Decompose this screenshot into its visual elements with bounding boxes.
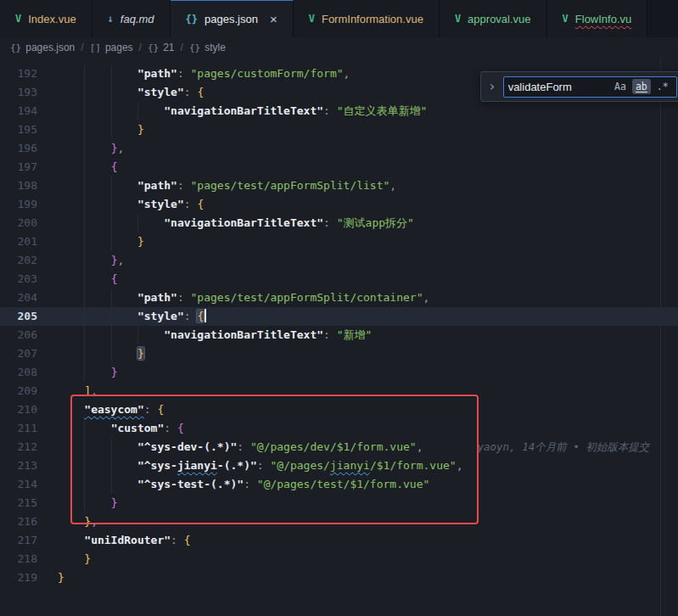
code-line-content[interactable]: }, — [37, 251, 678, 270]
whole-word-icon[interactable]: ab — [632, 79, 651, 94]
code-line-content[interactable]: "style": { — [37, 307, 678, 326]
code-line: 204 "path": "pages/test/appFormSplit/con… — [0, 288, 678, 307]
code-line-content[interactable]: } — [37, 120, 678, 139]
line-number: 218 — [0, 550, 37, 568]
code-token: "path" — [137, 291, 177, 304]
line-number: 216 — [0, 512, 37, 531]
code-line-content[interactable]: { — [37, 158, 678, 176]
breadcrumb-item-21[interactable]: {}21 — [148, 42, 175, 53]
indent-guide — [111, 288, 112, 307]
search-query-text[interactable]: validateForm — [508, 81, 608, 93]
code-line-content[interactable]: ], — [37, 382, 678, 400]
code-line-content[interactable]: "navigationBarTitleText": "自定义表单新增" — [37, 102, 678, 120]
tab-pages-json[interactable]: {}pages.json× — [171, 0, 294, 37]
breadcrumb-item-pages[interactable]: []pages — [90, 42, 133, 53]
code-token — [58, 235, 137, 248]
code-token: : — [144, 403, 158, 416]
indent-guide — [137, 102, 138, 120]
code-line-content[interactable]: "navigationBarTitleText": "测试app拆分" — [37, 214, 678, 232]
code-line-content[interactable]: "uniIdRouter": { — [37, 531, 678, 550]
code-line-content[interactable]: }, — [37, 139, 678, 158]
code-line-content[interactable]: "^sys-test-(.*)": "@/pages/test/$1/form.… — [37, 475, 678, 494]
code-token: "pages/customForm/form" — [191, 67, 344, 80]
code-token: "easycom" — [84, 403, 143, 416]
tab-forminformation-vue[interactable]: VFormInformation.vue — [294, 0, 440, 37]
code-line-content[interactable]: }, — [37, 512, 678, 531]
code-line: 215 } — [0, 494, 678, 512]
search-input[interactable]: validateForm Aa ab .* — [503, 76, 677, 98]
code-token: , — [423, 291, 429, 304]
code-token — [58, 123, 137, 136]
code-line-content[interactable]: } — [37, 568, 678, 587]
code-token: , — [457, 459, 463, 472]
code-token: : — [237, 440, 250, 453]
code-line: 212 "^sys-dev-(.*)": "@/pages/dev/$1/for… — [0, 438, 678, 456]
code-line: 200 "navigationBarTitleText": "测试app拆分" — [0, 214, 678, 232]
indent-guide — [84, 307, 85, 326]
code-token — [58, 67, 137, 80]
git-blame-annotation: yaoyn, 14个月前 • 初始版本提交 — [423, 440, 649, 453]
scrollbar-track[interactable] — [660, 58, 678, 616]
vscode-window: VIndex.vue↓faq.md{}pages.json×VFormInfor… — [0, 0, 678, 616]
indent-guide — [84, 251, 85, 270]
indent-guide — [84, 83, 85, 102]
indent-guide — [111, 214, 112, 232]
code-line-content[interactable]: "^sys-jianyi-(.*)": "@/pages/jianyi/$1/f… — [37, 456, 678, 475]
code-line-content[interactable]: "navigationBarTitleText": "新增" — [37, 326, 678, 344]
indent-guide — [84, 288, 85, 307]
match-case-icon[interactable]: Aa — [611, 79, 630, 94]
indent-guide — [84, 232, 85, 251]
code-line-content[interactable]: "path": "pages/test/appFormSplit/contain… — [37, 288, 678, 307]
breadcrumb: {}pages.json/[]pages/{}21/{}style — [0, 37, 678, 58]
tab-approval-vue[interactable]: Vapproval.vue — [440, 0, 547, 37]
code-token — [58, 459, 137, 472]
breadcrumb-item-style[interactable]: {}style — [189, 42, 226, 53]
code-token: : — [171, 534, 184, 546]
code-token: { — [197, 198, 204, 210]
line-number: 196 — [0, 139, 37, 158]
code-line-content[interactable]: } — [37, 232, 678, 251]
code-token: /$1/form.vue" — [370, 459, 457, 472]
code-line-content[interactable]: "custom": { — [37, 419, 678, 438]
line-number: 209 — [0, 382, 37, 400]
code-line: 201 } — [0, 232, 678, 251]
breadcrumb-item-pages-json[interactable]: {}pages.json — [10, 42, 75, 53]
code-line-content[interactable]: { — [37, 270, 678, 288]
code-token: "@/pages/dev/$1/form.vue" — [250, 440, 417, 453]
line-number: 201 — [0, 232, 37, 251]
regex-icon[interactable]: .* — [653, 79, 672, 94]
toggle-replace-chevron-icon[interactable]: › — [488, 80, 496, 93]
code-token: "custom" — [111, 422, 165, 434]
code-token: jianyi — [177, 459, 217, 472]
breadcrumb-separator: / — [139, 42, 142, 53]
code-token — [58, 552, 84, 565]
code-token — [58, 179, 137, 192]
code-token: } — [84, 552, 91, 565]
indent-guide — [111, 120, 112, 139]
line-number: 205 — [0, 307, 37, 326]
code-line-content[interactable]: "easycom": { — [37, 400, 678, 419]
line-number: 207 — [0, 344, 37, 363]
tab-flowinfo-vu[interactable]: VFlowInfo.vu — [547, 0, 648, 37]
code-line-content[interactable]: } — [37, 494, 678, 512]
breadcrumb-label: pages.json — [25, 42, 75, 53]
indent-guide — [84, 139, 85, 158]
code-line-content[interactable]: } — [37, 344, 678, 363]
tab-faq-md[interactable]: ↓faq.md — [92, 0, 171, 37]
code-token: "pages/test/appFormSplit/list" — [191, 179, 390, 192]
code-line-content[interactable]: "path": "pages/test/appFormSplit/list", — [37, 176, 678, 195]
code-area: 192 "path": "pages/customForm/form",193 … — [0, 58, 678, 587]
tab-index-vue[interactable]: VIndex.vue — [0, 0, 92, 37]
code-token: } — [111, 366, 118, 378]
code-line-content[interactable]: "style": { — [37, 195, 678, 214]
code-line-content[interactable]: "^sys-dev-(.*)": "@/pages/dev/$1/form.vu… — [37, 438, 678, 456]
indent-guide — [111, 438, 112, 456]
tab-label: approval.vue — [468, 13, 530, 25]
close-icon[interactable]: × — [270, 13, 277, 25]
code-token: : — [184, 198, 198, 210]
code-line-content[interactable]: } — [37, 363, 678, 382]
code-token: { — [197, 310, 204, 322]
code-token: "测试app拆分" — [337, 216, 414, 229]
code-line-content[interactable]: } — [37, 550, 678, 568]
code-token: { — [111, 272, 118, 285]
